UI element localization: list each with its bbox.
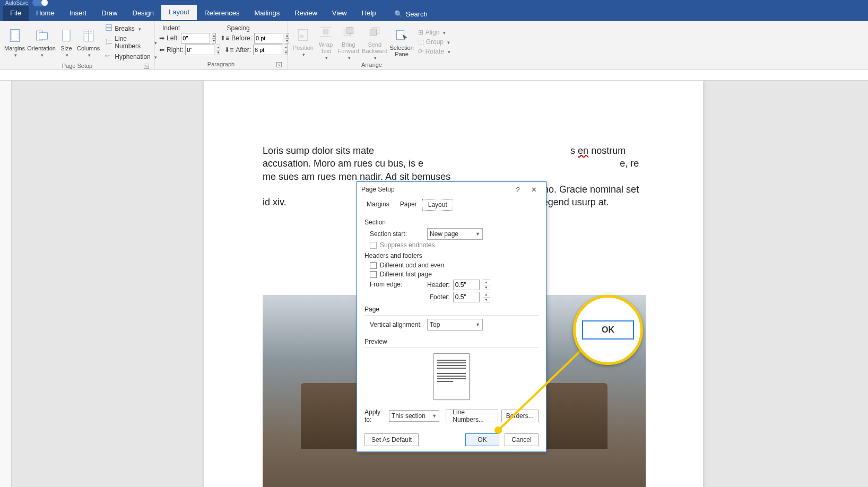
- autosave-toggle[interactable]: [32, 0, 48, 6]
- align-label: Align: [426, 29, 440, 36]
- wrap-text-button[interactable]: WrapText: [317, 23, 335, 60]
- menu-layout[interactable]: Layout: [161, 5, 197, 21]
- indent-right-input[interactable]: [185, 45, 214, 55]
- svg-text:bc⁻: bc⁻: [105, 54, 111, 58]
- document-area: Loris sump dolor sits mates en nostrum a…: [0, 81, 868, 487]
- menu-view[interactable]: View: [325, 6, 354, 21]
- svg-rect-20: [323, 29, 329, 35]
- send-backward-button[interactable]: SendBackward: [362, 23, 387, 60]
- send-backward-label: SendBackward: [362, 41, 387, 54]
- spacing-before-label: Before:: [231, 34, 252, 42]
- headers-footers-header: Headers and footers: [364, 252, 539, 259]
- apply-to-label: Apply to:: [364, 408, 386, 423]
- indent-left-input[interactable]: [181, 33, 210, 44]
- ribbon-group-page-setup: Margins Orientation Size: [0, 21, 155, 69]
- indent-right-icon: ⬅: [159, 46, 164, 54]
- preview-thumbnail: [433, 353, 470, 400]
- section-start-select[interactable]: New page▼: [427, 228, 483, 240]
- ruler-vertical[interactable]: [0, 81, 12, 487]
- selection-pane-label: SelectionPane: [389, 45, 413, 57]
- section-header: Section: [364, 219, 539, 226]
- size-label: Size: [60, 45, 72, 51]
- spacing-after-label: After:: [236, 46, 251, 54]
- suppress-endnotes-checkbox[interactable]: [370, 242, 377, 249]
- apply-to-value: This section: [392, 412, 426, 420]
- ruler-horizontal[interactable]: [0, 70, 868, 81]
- margins-button[interactable]: Margins: [4, 23, 25, 62]
- dialog-help-button[interactable]: ?: [510, 186, 526, 194]
- line-numbers-button-dlg[interactable]: Line Numbers...: [446, 410, 498, 422]
- autosave-label: AutoSave: [5, 0, 28, 6]
- tab-layout[interactable]: Layout: [422, 199, 453, 211]
- menu-references[interactable]: References: [197, 6, 247, 21]
- rotate-button[interactable]: ⟳Rotate: [417, 47, 452, 56]
- hyphenation-button[interactable]: bc⁻ Hyphenation: [104, 51, 158, 62]
- position-label: Position: [293, 45, 314, 51]
- svg-rect-4: [63, 30, 70, 41]
- menu-home[interactable]: Home: [29, 6, 62, 21]
- set-as-default-button[interactable]: Set As Default: [364, 433, 419, 446]
- page-setup-launcher[interactable]: ↘: [144, 64, 149, 69]
- menu-draw[interactable]: Draw: [94, 6, 125, 21]
- menu-design[interactable]: Design: [125, 6, 161, 21]
- margins-label: Margins: [4, 45, 25, 51]
- position-icon: [294, 27, 311, 44]
- group-title-paragraph: Paragraph ↘: [159, 60, 283, 68]
- orientation-button[interactable]: Orientation: [27, 23, 56, 62]
- ok-button[interactable]: OK: [465, 433, 499, 446]
- paragraph-launcher[interactable]: ↘: [276, 62, 282, 67]
- spacing-after-input[interactable]: [253, 45, 282, 55]
- columns-label: Columns: [77, 45, 100, 51]
- vertical-alignment-value: Top: [430, 321, 440, 328]
- chevron-down-icon: ▼: [432, 413, 437, 419]
- group-label: Group: [426, 38, 444, 46]
- spacing-before-input[interactable]: [254, 33, 283, 44]
- line-numbers-icon: 12: [105, 38, 112, 47]
- tab-margins[interactable]: Margins: [361, 199, 395, 211]
- footer-distance-input[interactable]: [453, 292, 480, 302]
- menu-review[interactable]: Review: [287, 6, 325, 21]
- line-numbers-button[interactable]: 12 Line Numbers: [104, 34, 158, 50]
- from-edge-label: From edge:: [370, 280, 423, 288]
- header-distance-spinner[interactable]: ▲▼: [483, 280, 490, 290]
- vertical-alignment-select[interactable]: Top▼: [427, 319, 483, 331]
- dialog-tabs: Margins Paper Layout: [357, 197, 546, 211]
- cancel-button[interactable]: Cancel: [505, 433, 539, 446]
- wrap-text-icon: [317, 23, 334, 40]
- align-button[interactable]: ⊞Align: [417, 28, 452, 37]
- header-distance-input[interactable]: [453, 280, 480, 290]
- menu-insert[interactable]: Insert: [62, 6, 94, 21]
- breaks-icon: [105, 24, 112, 33]
- chevron-down-icon: ▼: [475, 231, 480, 237]
- dialog-close-button[interactable]: ✕: [526, 186, 542, 194]
- menu-mailings[interactable]: Mailings: [247, 6, 288, 21]
- section-start-value: New page: [430, 230, 458, 238]
- selection-pane-button[interactable]: SelectionPane: [389, 23, 413, 60]
- menu-help[interactable]: Help: [354, 6, 384, 21]
- group-button[interactable]: ⬚Group: [417, 38, 452, 46]
- dialog-title: Page Setup: [361, 186, 510, 193]
- bring-forward-button[interactable]: BringForward: [337, 23, 360, 60]
- indent-left-spinner[interactable]: ▲▼: [212, 33, 216, 44]
- hyphenation-icon: bc⁻: [105, 52, 112, 61]
- titlebar: AutoSave: [0, 0, 868, 5]
- tab-paper[interactable]: Paper: [395, 199, 422, 211]
- columns-button[interactable]: Columns: [77, 23, 100, 62]
- apply-to-select[interactable]: This section▼: [389, 410, 439, 422]
- indent-left-label: Left:: [167, 34, 179, 42]
- footer-distance-spinner[interactable]: ▲▼: [483, 292, 490, 302]
- first-page-checkbox[interactable]: [370, 271, 377, 278]
- dialog-titlebar[interactable]: Page Setup ? ✕: [357, 182, 546, 197]
- position-button[interactable]: Position: [292, 23, 315, 60]
- group-title-page-setup: Page Setup ↘: [4, 62, 150, 70]
- breaks-label: Breaks: [115, 25, 134, 32]
- size-button[interactable]: Size: [58, 23, 75, 62]
- search-box[interactable]: 🔍 Search: [394, 10, 428, 21]
- breaks-button[interactable]: Breaks: [104, 23, 158, 33]
- menu-file[interactable]: File: [3, 6, 29, 21]
- spacing-after-icon: ⬇≡: [224, 46, 233, 54]
- indent-right-spinner[interactable]: ▲▼: [216, 45, 220, 55]
- odd-even-checkbox[interactable]: [370, 262, 377, 269]
- hyphenation-label: Hyphenation: [115, 53, 150, 60]
- align-icon: ⊞: [418, 29, 423, 36]
